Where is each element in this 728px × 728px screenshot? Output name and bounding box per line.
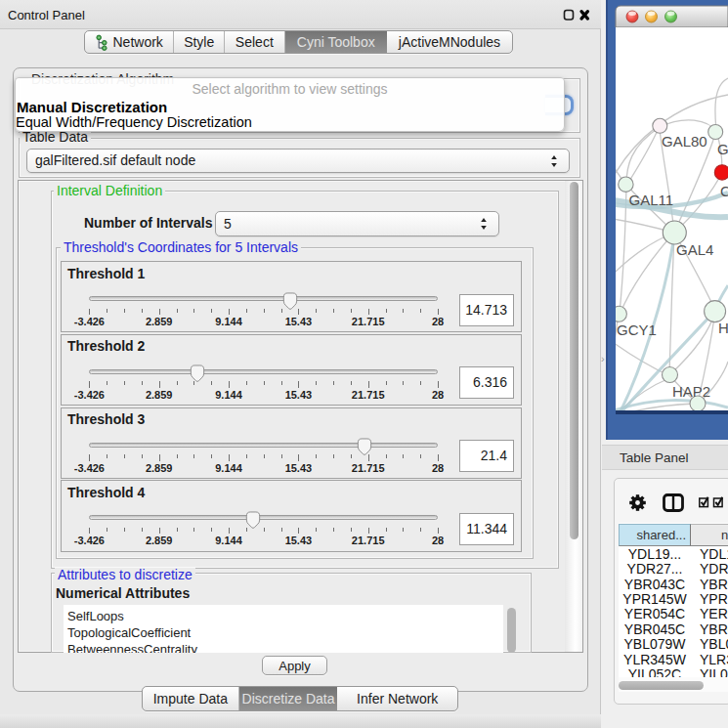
svg-text:GCY1: GCY1	[617, 321, 657, 338]
svg-text:HAP2: HAP2	[672, 383, 710, 400]
svg-text:GAL4: GAL4	[676, 241, 713, 258]
svg-text:GAL80: GAL80	[662, 133, 707, 150]
svg-text:C: C	[720, 183, 728, 199]
svg-text:GAL11: GAL11	[629, 192, 674, 208]
svg-text:GA: GA	[717, 141, 728, 157]
svg-text:H: H	[718, 320, 728, 336]
